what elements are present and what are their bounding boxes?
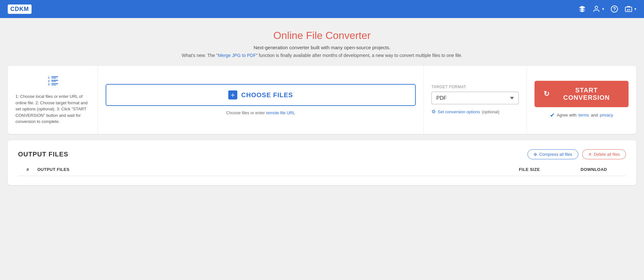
start-btn-label: START CONVERSION xyxy=(554,87,620,101)
format-section: TARGET FORMAT: PDF DOCX JPG PNG MP4 MP3 … xyxy=(424,66,527,134)
svg-text:2: 2 xyxy=(48,79,50,83)
col-download: DOWNLOAD xyxy=(562,167,626,172)
hero-subtitle: Next-generation converter built with man… xyxy=(6,45,638,50)
converter-card: 1 2 3 1: Choose local files or enter URL… xyxy=(8,66,636,134)
page-title: Online File Converter xyxy=(6,30,638,42)
agree-and: and xyxy=(591,113,598,117)
delete-icon: ✕ xyxy=(588,152,592,157)
set-options[interactable]: ⚙ Set conversion options (optional) xyxy=(431,109,519,115)
logo-text: CDKM xyxy=(10,6,29,13)
choose-files-button[interactable]: ＋ CHOOSE FILES xyxy=(106,84,416,106)
output-actions: ⊕ Compress all files ✕ Delete all files xyxy=(527,149,626,159)
col-num: # xyxy=(18,167,37,172)
output-card: OUTPUT FILES ⊕ Compress all files ✕ Dele… xyxy=(8,140,636,185)
help-icon[interactable] xyxy=(611,5,618,13)
header-icons: ▾ AR ▾ xyxy=(578,5,636,13)
logo[interactable]: CDKM xyxy=(8,5,32,14)
check-icon: ✔ xyxy=(550,112,555,119)
gear-icon: ⚙ xyxy=(431,109,436,115)
agree-text: ✔ Agree with terms and privacy xyxy=(550,112,613,119)
upload-subtext-static: Choose files or enter xyxy=(226,110,266,115)
upload-section: ＋ CHOOSE FILES Choose files or enter rem… xyxy=(98,66,424,134)
language-icon[interactable]: AR ▾ xyxy=(625,5,636,13)
privacy-link[interactable]: privacy xyxy=(600,113,613,117)
compress-label: Compress all files xyxy=(539,152,572,157)
hero-section: Online File Converter Next-generation co… xyxy=(0,18,644,66)
start-conversion-button[interactable]: ↻ START CONVERSION xyxy=(535,81,629,107)
language-chevron: ▾ xyxy=(634,7,636,11)
plus-icon: ＋ xyxy=(228,90,237,99)
hero-news-suffix: " function is finally available after mo… xyxy=(256,53,462,58)
delete-all-button[interactable]: ✕ Delete all files xyxy=(582,149,626,159)
delete-label: Delete all files xyxy=(594,152,620,157)
hero-news: What's new: The "Merge JPG to PDF" funct… xyxy=(6,53,638,58)
refresh-icon: ↻ xyxy=(544,90,550,98)
remote-url-link[interactable]: remote file URL xyxy=(266,110,295,115)
col-files: OUTPUT FILES xyxy=(37,167,497,172)
start-section: ↻ START CONVERSION ✔ Agree with terms an… xyxy=(527,66,636,134)
hero-news-prefix: What's new: The " xyxy=(182,53,218,58)
instructions-text: 1: Choose local files or enter URL of on… xyxy=(15,93,90,125)
terms-link[interactable]: terms xyxy=(579,113,589,117)
agree-prefix: Agree with xyxy=(557,113,576,117)
col-size: FILE SIZE xyxy=(497,167,562,172)
svg-text:3: 3 xyxy=(48,83,50,86)
upload-subtext: Choose files or enter remote file URL xyxy=(226,110,295,115)
set-options-link[interactable]: Set conversion options xyxy=(438,109,480,114)
instructions-section: 1 2 3 1: Choose local files or enter URL… xyxy=(8,66,98,134)
steps-icon: 1 2 3 xyxy=(46,75,59,89)
account-chevron: ▾ xyxy=(602,7,604,11)
svg-text:AR: AR xyxy=(627,8,630,11)
output-title: OUTPUT FILES xyxy=(18,151,68,158)
set-options-suffix: (optional) xyxy=(482,109,499,114)
account-icon[interactable]: ▾ xyxy=(592,5,604,13)
table-header: # OUTPUT FILES FILE SIZE DOWNLOAD xyxy=(18,167,626,176)
header: CDKM ▾ AR ▾ xyxy=(0,0,644,18)
output-header: OUTPUT FILES ⊕ Compress all files ✕ Dele… xyxy=(18,149,626,159)
format-select[interactable]: PDF DOCX JPG PNG MP4 MP3 ZIP xyxy=(431,92,519,104)
svg-text:1: 1 xyxy=(48,76,50,79)
merge-jpg-link[interactable]: Merge JPG to PDF xyxy=(218,53,256,58)
format-label: TARGET FORMAT: xyxy=(431,85,519,89)
compress-all-button[interactable]: ⊕ Compress all files xyxy=(527,149,578,159)
layers-icon[interactable] xyxy=(578,5,586,13)
compress-icon: ⊕ xyxy=(534,152,537,157)
choose-files-label: CHOOSE FILES xyxy=(241,91,293,99)
